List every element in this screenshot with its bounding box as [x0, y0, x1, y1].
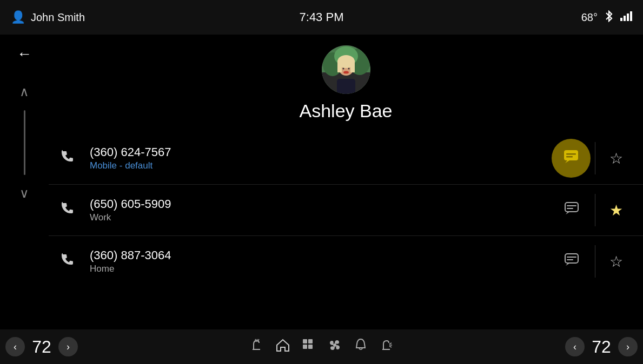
avatar-image [322, 45, 370, 94]
divider [595, 194, 595, 226]
heat-seat-left-icon[interactable] [249, 338, 264, 356]
svg-rect-17 [337, 79, 355, 94]
phone-label: Work [90, 212, 553, 223]
message-button-3[interactable] [553, 242, 591, 280]
phone-label: Home [90, 264, 553, 274]
status-bar: 👤 John Smith 7:43 PM 68° [0, 0, 643, 35]
phone-label: Mobile - default [90, 160, 552, 171]
svg-rect-13 [350, 60, 355, 72]
bell-icon[interactable] [353, 338, 368, 356]
row-actions: ☆ [553, 242, 632, 280]
message-icon [563, 149, 579, 168]
status-left: 👤 John Smith [11, 10, 85, 24]
svg-rect-18 [564, 150, 578, 160]
divider [595, 245, 595, 278]
right-temp-increase[interactable]: › [618, 337, 638, 356]
bottom-bar: ‹ 72 › [0, 329, 643, 364]
row-actions: ★ [553, 191, 632, 229]
phone-icon [59, 201, 79, 220]
svg-rect-26 [567, 259, 573, 260]
heat-seat-right-icon[interactable] [379, 338, 394, 356]
svg-point-15 [348, 68, 349, 70]
status-time: 7:43 PM [300, 10, 344, 24]
svg-rect-20 [566, 156, 573, 158]
svg-rect-2 [627, 14, 629, 21]
favorite-button-2[interactable]: ★ [600, 194, 632, 226]
svg-rect-0 [620, 18, 622, 21]
status-right: 68° [581, 10, 632, 25]
user-icon: 👤 [11, 10, 25, 24]
left-temp-increase[interactable]: › [58, 337, 78, 356]
phone-number: (360) 887-3064 [90, 248, 553, 262]
svg-point-14 [342, 68, 344, 70]
left-temp-control: ‹ 72 › [5, 337, 78, 357]
message-button-1[interactable] [552, 139, 591, 178]
signal-icon [620, 11, 632, 23]
row-actions: ☆ [552, 139, 632, 178]
left-temp-decrease[interactable]: ‹ [5, 337, 25, 356]
bluetooth-icon [604, 10, 614, 25]
bottom-icons [78, 338, 565, 356]
svg-rect-29 [303, 345, 307, 349]
username: John Smith [31, 11, 85, 24]
contacts-list: (360) 624-7567 Mobile - default ☆ [49, 127, 643, 329]
grid-icon[interactable] [301, 338, 316, 356]
divider [595, 142, 595, 174]
table-row: (360) 624-7567 Mobile - default ☆ [49, 132, 643, 184]
svg-rect-23 [567, 208, 573, 209]
phone-icon [59, 149, 79, 168]
svg-rect-3 [630, 11, 632, 21]
svg-rect-27 [303, 339, 307, 343]
contact-header: Ashley Bae [49, 35, 643, 127]
phone-number: (360) 624-7567 [90, 145, 552, 159]
svg-rect-21 [565, 203, 578, 212]
right-temp-decrease[interactable]: ‹ [565, 337, 585, 356]
svg-rect-28 [308, 339, 313, 343]
svg-rect-25 [567, 257, 576, 258]
svg-point-16 [343, 71, 349, 74]
scroll-up-button[interactable]: ∧ [19, 84, 29, 99]
svg-rect-1 [624, 16, 626, 21]
right-temp-value: 72 [588, 337, 615, 357]
favorite-button-1[interactable]: ☆ [600, 142, 632, 174]
svg-point-31 [333, 343, 336, 347]
left-sidebar: ← ∧ ∨ [0, 35, 49, 329]
left-temp-value: 72 [28, 337, 55, 357]
contact-info: (360) 887-3064 Home [90, 248, 553, 274]
status-temperature: 68° [581, 11, 598, 24]
message-icon [564, 201, 579, 219]
home-icon[interactable] [275, 338, 290, 356]
table-row: (360) 887-3064 Home ☆ [49, 235, 643, 287]
svg-rect-30 [308, 345, 313, 349]
contact-info: (650) 605-5909 Work [90, 197, 553, 223]
svg-rect-24 [565, 254, 578, 263]
table-row: (650) 605-5909 Work ★ [49, 184, 643, 235]
message-button-2[interactable] [553, 191, 591, 229]
contact-info: (360) 624-7567 Mobile - default [90, 145, 552, 171]
scroll-down-button[interactable]: ∨ [19, 186, 29, 201]
scroll-track [24, 110, 25, 175]
message-icon [564, 253, 579, 271]
star-icon: ☆ [609, 253, 623, 271]
phone-icon [59, 252, 79, 271]
phone-number: (650) 605-5909 [90, 197, 553, 211]
star-icon: ★ [609, 201, 623, 219]
star-icon: ☆ [609, 150, 623, 167]
svg-rect-19 [566, 153, 576, 155]
contact-name: Ashley Bae [300, 100, 393, 122]
svg-rect-12 [337, 60, 342, 72]
fan-icon[interactable] [327, 338, 342, 356]
right-temp-control: ‹ 72 › [565, 337, 638, 357]
favorite-button-3[interactable]: ☆ [600, 245, 632, 278]
back-button[interactable]: ← [17, 45, 32, 63]
contact-avatar [322, 45, 370, 94]
svg-rect-22 [567, 205, 576, 206]
main-content: Ashley Bae (360) 624-7567 Mobile - defau… [49, 35, 643, 329]
